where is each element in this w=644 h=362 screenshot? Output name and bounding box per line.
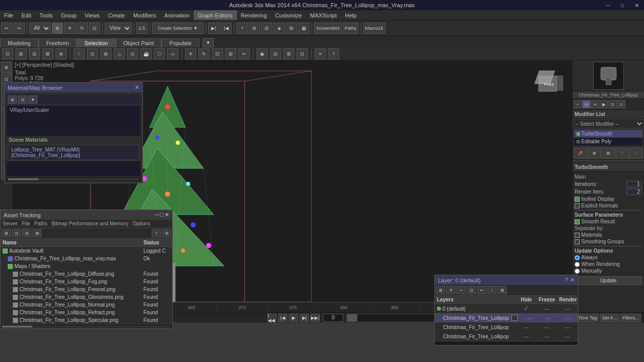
at-close[interactable]: ✕ [164, 212, 169, 218]
at-minimize[interactable]: ─ [155, 212, 159, 218]
at-scroll-thumb[interactable] [2, 326, 32, 328]
at-tb4[interactable]: ⊠ [32, 229, 42, 237]
keyframe-button[interactable]: |◀◀ [267, 314, 277, 322]
lp-row-2[interactable]: Christmas_Fir_Tree_Lollipop — — — [435, 322, 578, 332]
mat-tb-btn1[interactable]: ⊞ [8, 96, 17, 104]
paint-btn[interactable]: ✏ [238, 48, 250, 60]
at-menu-options[interactable]: Options [133, 221, 150, 226]
lp-tb2[interactable]: ✕ [446, 286, 455, 294]
at-cell-fog-name[interactable]: Christmas_Fir_Tree_Lollipop_Fog.png [1, 278, 141, 285]
next-frame-btn[interactable]: ▶| [300, 314, 309, 322]
screenshot-btn[interactable]: Screenshot [314, 23, 342, 34]
menu-modifiers[interactable]: Modifiers [129, 10, 160, 20]
snap2-btn[interactable]: ⊞ [225, 48, 236, 60]
undo-button[interactable]: ↩ [1, 23, 12, 34]
menu-customize[interactable]: Customize [271, 10, 306, 20]
play-anim-btn[interactable]: ▶ [289, 314, 298, 322]
scene-state-btn[interactable]: ▼ [203, 38, 214, 47]
smooth-btn[interactable]: ⊡ [297, 48, 308, 60]
close-button[interactable]: ✕ [630, 0, 644, 10]
mat-lollipop-item[interactable]: Lollipop_Tree_MAT (VRayMtl) [Christmas_F… [8, 145, 139, 160]
menu-edit[interactable]: Edit [17, 10, 35, 20]
tab-modeling[interactable]: Modeling [0, 39, 39, 47]
layer-scrollbar[interactable] [435, 341, 578, 345]
lp-cell-2-name[interactable]: Christmas_Fir_Tree_Lollipop [435, 324, 516, 331]
selection-set[interactable]: Create Selection ▼ [152, 23, 204, 34]
menu-rendering[interactable]: Rendering [237, 10, 271, 20]
rp-tab-motion[interactable]: ▶ [600, 100, 608, 108]
at-restore[interactable]: □ [160, 212, 163, 218]
selection-filter[interactable]: All [29, 23, 51, 34]
teapot-btn[interactable]: ☕ [140, 48, 152, 60]
tab-populate[interactable]: Populate [161, 39, 199, 47]
at-col-status[interactable]: Status [141, 239, 172, 246]
lp-col-render[interactable]: Render [557, 296, 578, 303]
manually-radio[interactable] [575, 269, 580, 274]
at-cell-gloss-name[interactable]: Christmas_Fir_Tree_Lollipop_Glossiness.p… [1, 294, 141, 300]
at-tb1[interactable]: ⊞ [2, 229, 11, 237]
mat-vrayout-scaler[interactable]: VRay/UserScaler [8, 106, 139, 114]
at-menu-file[interactable]: File [22, 221, 30, 226]
render-btn[interactable]: ▦ [298, 23, 309, 34]
redo-button[interactable]: ↪ [13, 23, 25, 34]
at-tb2[interactable]: ⊡ [12, 229, 21, 237]
sidebar-icon-1[interactable]: ⊞ [1, 62, 12, 73]
subobj-elem-btn[interactable]: ⊗ [56, 48, 67, 60]
move-button[interactable]: ✛ [64, 23, 76, 34]
geo-sphere-btn[interactable]: ○ [73, 48, 85, 60]
lp-tb6[interactable]: ↕ [487, 286, 496, 294]
box-btn[interactable]: ⊡ [87, 48, 98, 60]
lp-help[interactable]: ? [565, 277, 568, 283]
scale-button[interactable]: ⊡ [89, 23, 100, 34]
at-cell-refract-name[interactable]: Christmas_Fir_Tree_Lollipop_Refract.png [1, 309, 141, 316]
cube-gizmo[interactable]: Front [531, 66, 567, 102]
rp-tab-modify[interactable]: M [582, 100, 591, 108]
at-col-name[interactable]: Name [1, 239, 141, 246]
time-input[interactable] [323, 314, 343, 322]
lp-tb4[interactable]: ⊡ [467, 286, 476, 294]
tab-freeform[interactable]: Freeform [39, 39, 77, 47]
paths-btn[interactable]: Paths [343, 23, 359, 34]
lp-col-freeze[interactable]: Freeze [537, 296, 557, 303]
lp-tb3[interactable]: + [456, 286, 466, 294]
layer-panel-title-bar[interactable]: Layer: 0 (default) ? ✕ [435, 275, 578, 285]
always-radio[interactable] [575, 255, 580, 260]
at-cell-normal-name[interactable]: Christmas_Fir_Tree_Lollipop_Normal.png [1, 301, 141, 308]
cone-btn[interactable]: △ [114, 48, 125, 60]
rp-tab-hierarchy[interactable]: H [591, 100, 599, 108]
at-cell-maps-name[interactable]: Maps / Shaders [1, 263, 141, 270]
time-slider-thumb[interactable] [347, 314, 357, 321]
at-tb3[interactable]: ⊟ [22, 229, 31, 237]
viewport-mode-select[interactable]: View [105, 23, 132, 34]
at-menu-bitmap[interactable]: Bitmap Performance and Memory [51, 221, 128, 226]
mat-tb-btn2[interactable]: ⊡ [18, 96, 27, 104]
at-cell-vault-name[interactable]: Autodesk Vault [1, 247, 141, 254]
menu-file[interactable]: File [0, 10, 17, 20]
when-rendering-radio[interactable] [575, 262, 580, 267]
rotate2-btn[interactable]: ↻ [198, 48, 210, 60]
at-tb6[interactable]: ⚙ [162, 229, 171, 237]
move2-btn[interactable]: ✛ [185, 48, 196, 60]
lp-close[interactable]: ✕ [570, 277, 575, 283]
lp-tb5[interactable]: ↩ [477, 286, 486, 294]
mat-browser-close[interactable]: ✕ [135, 84, 139, 91]
at-scrollbar[interactable] [1, 324, 172, 328]
subobj-face-btn[interactable]: ⊟ [29, 48, 40, 60]
at-cell-specular-name[interactable]: Christmas_Fir_Tree_Lollipop_Specular.png [1, 317, 141, 323]
cylinder-btn[interactable]: ⊞ [100, 48, 112, 60]
menu-graph-editors[interactable]: Graph Editors [194, 10, 237, 20]
isoline-checkbox[interactable] [575, 197, 580, 202]
at-tb5[interactable]: ? [152, 229, 161, 237]
rp-tab-utilities[interactable]: U [617, 100, 625, 108]
smooth-result-checkbox[interactable] [575, 219, 580, 224]
hedra-btn[interactable]: ⬡ [154, 48, 165, 60]
plane-btn[interactable]: ▭ [167, 48, 178, 60]
edged-btn[interactable]: ⊞ [283, 48, 295, 60]
material-btn[interactable]: ◈ [273, 23, 285, 34]
explicit-normals-checkbox[interactable] [575, 203, 580, 208]
at-menu-server[interactable]: Server [3, 221, 17, 226]
tab-selection[interactable]: Selection [77, 39, 115, 47]
help2-btn[interactable]: ? [328, 48, 339, 60]
prev-btn[interactable]: |◀ [220, 23, 232, 34]
maximize-button[interactable]: □ [615, 0, 630, 10]
